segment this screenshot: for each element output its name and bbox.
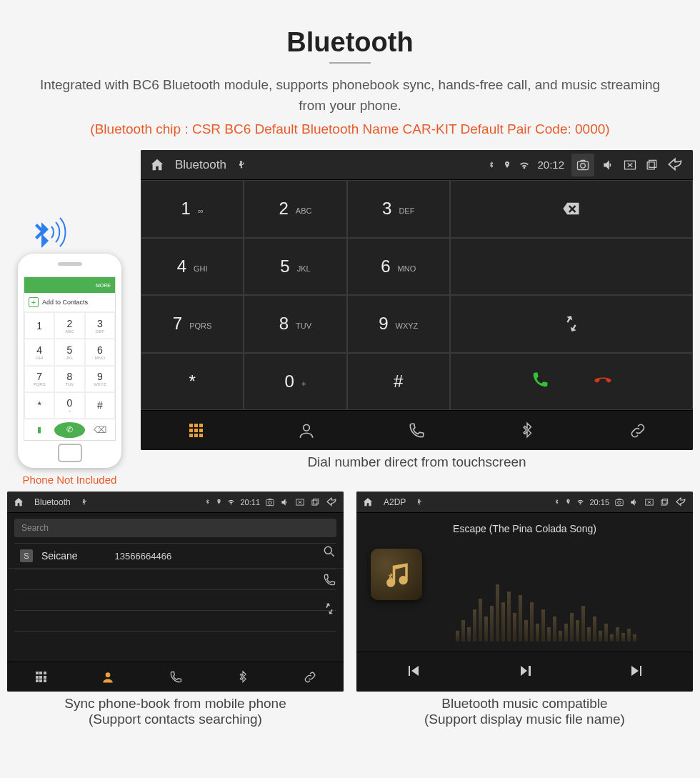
dialer-key-1[interactable]: 1∞ bbox=[141, 180, 244, 238]
nav-call-log[interactable] bbox=[361, 411, 472, 450]
screenshot-icon[interactable] bbox=[265, 497, 275, 507]
call-button[interactable] bbox=[530, 370, 550, 393]
phone-add-contacts: +Add to Contacts bbox=[24, 293, 115, 312]
recent-apps-icon[interactable] bbox=[644, 158, 659, 172]
close-app-icon[interactable] bbox=[644, 497, 654, 507]
phone-key: 0+ bbox=[54, 392, 84, 419]
dialer-key-*[interactable]: * bbox=[141, 353, 244, 411]
music-statusbar: A2DP 20:15 bbox=[356, 492, 693, 513]
music-screen: A2DP 20:15 Escape (The Pina Colada Song) bbox=[356, 492, 693, 692]
usb-icon bbox=[416, 499, 423, 506]
volume-icon[interactable] bbox=[629, 497, 639, 507]
empty-row bbox=[450, 238, 693, 296]
contacts-caption-1: Sync phone-book from mobile phone bbox=[7, 696, 344, 712]
hangup-button[interactable] bbox=[593, 370, 613, 393]
dialer-keypad: 1∞2ABC3DEF4GHI5JKL6MNO7PQRS8TUV9WXYZ*0+# bbox=[141, 180, 450, 410]
contacts-caption-2: (Support contacts searching) bbox=[7, 712, 344, 727]
usb-icon bbox=[81, 499, 88, 506]
nav-contacts[interactable] bbox=[74, 662, 141, 692]
contacts-search[interactable]: Search bbox=[14, 519, 336, 537]
swap-button[interactable] bbox=[450, 295, 693, 353]
dialer-key-9[interactable]: 9WXYZ bbox=[347, 295, 450, 353]
backspace-button[interactable] bbox=[450, 180, 693, 238]
gps-icon bbox=[216, 499, 222, 505]
dialer-key-4[interactable]: 4GHI bbox=[141, 238, 244, 296]
nav-pair[interactable] bbox=[276, 662, 344, 692]
music-caption-2: (Support display music file name) bbox=[356, 712, 693, 727]
dialer-screen: Bluetooth 20:12 1∞2ABC3DEF4GHI5JKL6MNO7P… bbox=[141, 150, 693, 450]
home-icon[interactable] bbox=[149, 157, 165, 173]
phone-key: # bbox=[85, 392, 115, 419]
close-app-icon[interactable] bbox=[623, 158, 637, 172]
dialer-key-3[interactable]: 3DEF bbox=[347, 180, 450, 238]
phone-key: 7PQRS bbox=[24, 366, 54, 392]
dialer-caption: Dial number direct from touchscreen bbox=[141, 454, 693, 470]
next-button[interactable] bbox=[629, 662, 646, 682]
dialer-key-7[interactable]: 7PQRS bbox=[141, 295, 244, 353]
dialer-bottom-nav bbox=[141, 410, 693, 450]
volume-icon[interactable] bbox=[280, 497, 290, 507]
recent-apps-icon[interactable] bbox=[659, 497, 669, 507]
nav-call-log[interactable] bbox=[141, 662, 209, 692]
contact-number: 13566664466 bbox=[115, 551, 172, 562]
nav-bluetooth[interactable] bbox=[209, 662, 276, 692]
phone-bottom-bar: ▮ ✆ ⌫ bbox=[24, 419, 115, 440]
phone-keypad: 12ABC3DEF4GHI5JKL6MNO7PQRS8TUV9WXYZ*0+# bbox=[24, 312, 115, 419]
contact-row[interactable]: S Seicane 13566664466 bbox=[7, 544, 344, 569]
album-art-icon bbox=[371, 549, 422, 600]
nav-contacts[interactable] bbox=[251, 411, 362, 450]
phone-key: 1 bbox=[24, 312, 54, 339]
music-caption-1: Bluetooth music compatible bbox=[356, 696, 693, 712]
contacts-screen: Bluetooth 20:11 Search bbox=[7, 492, 344, 692]
back-icon[interactable] bbox=[325, 496, 338, 509]
side-sync-icon[interactable] bbox=[322, 602, 336, 616]
phone-statusbar: MORE bbox=[24, 277, 115, 293]
contacts-title: Bluetooth bbox=[34, 497, 71, 507]
contacts-statusbar: Bluetooth 20:11 bbox=[7, 492, 344, 513]
volume-icon[interactable] bbox=[601, 158, 616, 172]
phone-key: 5JKL bbox=[54, 339, 84, 365]
dialer-clock: 20:12 bbox=[537, 159, 564, 171]
close-app-icon[interactable] bbox=[295, 497, 305, 507]
dialer-status-title: Bluetooth bbox=[175, 158, 226, 172]
title-underline bbox=[329, 62, 371, 64]
back-icon[interactable] bbox=[674, 496, 687, 509]
nav-keypad[interactable] bbox=[141, 411, 251, 450]
recent-apps-icon[interactable] bbox=[310, 497, 320, 507]
phone-key: 6MNO bbox=[85, 339, 115, 365]
phone-column: MORE +Add to Contacts 12ABC3DEF4GHI5JKL6… bbox=[7, 214, 132, 486]
bluetooth-specs: (Bluetooth chip : CSR BC6 Default Blueto… bbox=[7, 121, 693, 137]
phone-not-included-note: Phone Not Included bbox=[7, 474, 132, 486]
music-clock: 20:15 bbox=[589, 498, 609, 507]
dialer-key-8[interactable]: 8TUV bbox=[244, 295, 346, 353]
back-icon[interactable] bbox=[666, 156, 684, 174]
nav-pair[interactable] bbox=[582, 411, 693, 450]
dialer-key-0[interactable]: 0+ bbox=[244, 353, 346, 411]
equalizer-visual bbox=[456, 570, 636, 642]
dialer-key-5[interactable]: 5JKL bbox=[244, 238, 346, 296]
phone-call-icon: ✆ bbox=[54, 422, 84, 438]
screenshot-icon[interactable] bbox=[571, 154, 594, 176]
gps-icon bbox=[565, 499, 571, 505]
page-description: Integrated with BC6 Bluetooth module, su… bbox=[7, 75, 693, 116]
music-controls bbox=[356, 652, 693, 692]
screenshot-icon[interactable] bbox=[614, 497, 624, 507]
dialer-key-2[interactable]: 2ABC bbox=[244, 180, 346, 238]
play-pause-button[interactable] bbox=[516, 662, 534, 682]
phone-key: 4GHI bbox=[24, 339, 54, 365]
nav-bluetooth[interactable] bbox=[472, 411, 583, 450]
home-icon[interactable] bbox=[362, 497, 374, 508]
dialer-key-#[interactable]: # bbox=[347, 353, 450, 411]
svg-point-7 bbox=[106, 672, 111, 677]
phone-sim-icon: ▮ bbox=[24, 419, 54, 440]
nav-keypad[interactable] bbox=[7, 662, 74, 692]
side-call-icon[interactable] bbox=[322, 573, 336, 587]
wifi-icon bbox=[519, 159, 530, 171]
usb-icon bbox=[236, 160, 246, 170]
prev-button[interactable] bbox=[404, 662, 421, 682]
home-icon[interactable] bbox=[13, 497, 24, 508]
contact-name: Seicane bbox=[41, 550, 78, 562]
side-search-icon[interactable] bbox=[322, 544, 336, 559]
dialer-key-6[interactable]: 6MNO bbox=[347, 238, 450, 296]
phone-key: 3DEF bbox=[85, 312, 115, 339]
